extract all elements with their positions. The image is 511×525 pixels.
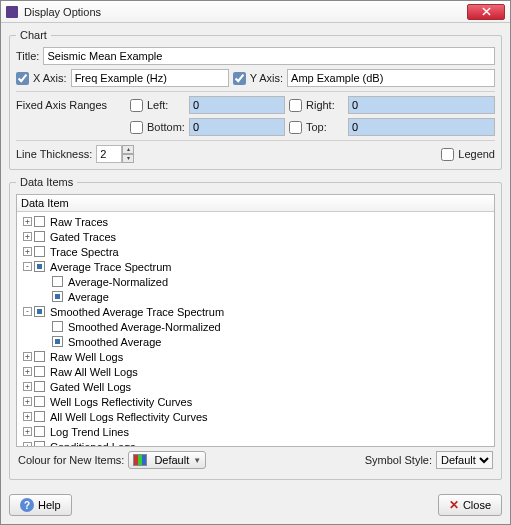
chart-legend: Chart xyxy=(16,29,51,41)
fixed-ranges-label: Fixed Axis Ranges xyxy=(16,99,126,111)
line-thickness-spinner[interactable]: ▴ ▾ xyxy=(96,145,134,163)
tree-checkbox[interactable] xyxy=(34,231,45,242)
spinner-down[interactable]: ▾ xyxy=(122,154,134,163)
close-x-icon: ✕ xyxy=(449,498,459,512)
tree-label: Smoothed Average xyxy=(68,336,161,348)
close-label: Close xyxy=(463,499,491,511)
tree-checkbox[interactable] xyxy=(34,396,45,407)
right-checkbox[interactable] xyxy=(289,99,302,112)
tree-checkbox[interactable] xyxy=(34,366,45,377)
tree-node[interactable]: Smoothed Average-Normalized xyxy=(19,319,492,334)
line-thickness-label: Line Thickness: xyxy=(16,148,92,160)
symbol-style-label: Symbol Style: xyxy=(365,454,432,466)
spinner-up[interactable]: ▴ xyxy=(122,145,134,154)
expand-icon[interactable]: + xyxy=(23,367,32,376)
tree-label: Log Trend Lines xyxy=(50,426,129,438)
left-label: Left: xyxy=(147,99,185,111)
colour-combo[interactable]: Default ▼ xyxy=(128,451,206,469)
right-input[interactable] xyxy=(348,96,495,114)
tree-label: Average-Normalized xyxy=(68,276,168,288)
legend-checkbox[interactable] xyxy=(441,148,454,161)
window-close-button[interactable] xyxy=(467,4,505,20)
tree-node[interactable]: +Conditioned Logs xyxy=(19,439,492,447)
colour-swatch-icon xyxy=(133,454,147,466)
tree-node[interactable]: Average xyxy=(19,289,492,304)
tree-label: Raw Traces xyxy=(50,216,108,228)
tree-checkbox[interactable] xyxy=(34,216,45,227)
tree-checkbox[interactable] xyxy=(34,261,45,272)
top-label: Top: xyxy=(306,121,344,133)
tree-label: Well Logs Reflectivity Curves xyxy=(50,396,192,408)
colour-label: Colour for New Items: xyxy=(18,454,124,466)
tree-node[interactable]: +Raw Well Logs xyxy=(19,349,492,364)
tree-node[interactable]: +Raw Traces xyxy=(19,214,492,229)
expand-icon[interactable]: + xyxy=(23,352,32,361)
tree-checkbox[interactable] xyxy=(52,321,63,332)
y-axis-input[interactable] xyxy=(287,69,495,87)
help-label: Help xyxy=(38,499,61,511)
collapse-icon[interactable]: - xyxy=(23,262,32,271)
tree-node[interactable]: +Gated Well Logs xyxy=(19,379,492,394)
expand-icon[interactable]: + xyxy=(23,427,32,436)
expand-icon[interactable]: + xyxy=(23,232,32,241)
tree-checkbox[interactable] xyxy=(34,411,45,422)
data-item-tree[interactable]: Data Item +Raw Traces+Gated Traces+Trace… xyxy=(16,194,495,447)
titlebar: Display Options xyxy=(1,1,510,23)
expand-icon[interactable]: + xyxy=(23,397,32,406)
x-axis-checkbox[interactable] xyxy=(16,72,29,85)
tree-checkbox[interactable] xyxy=(34,381,45,392)
tree-node[interactable]: +Gated Traces xyxy=(19,229,492,244)
top-input[interactable] xyxy=(348,118,495,136)
tree-checkbox[interactable] xyxy=(34,246,45,257)
expand-icon[interactable]: + xyxy=(23,247,32,256)
y-axis-checkbox[interactable] xyxy=(233,72,246,85)
tree-checkbox[interactable] xyxy=(52,276,63,287)
bottom-input[interactable] xyxy=(189,118,285,136)
x-axis-input[interactable] xyxy=(71,69,229,87)
tree-checkbox[interactable] xyxy=(52,291,63,302)
tree-spacer xyxy=(41,322,50,331)
line-thickness-input[interactable] xyxy=(96,145,122,163)
help-button[interactable]: ? Help xyxy=(9,494,72,516)
data-items-group: Data Items Data Item +Raw Traces+Gated T… xyxy=(9,176,502,480)
right-label: Right: xyxy=(306,99,344,111)
tree-node[interactable]: +All Well Logs Reflectivity Curves xyxy=(19,409,492,424)
tree-checkbox[interactable] xyxy=(34,306,45,317)
tree-label: All Well Logs Reflectivity Curves xyxy=(50,411,208,423)
close-icon xyxy=(482,7,491,16)
tree-node[interactable]: -Smoothed Average Trace Spectrum xyxy=(19,304,492,319)
expand-icon[interactable]: + xyxy=(23,382,32,391)
tree-label: Gated Traces xyxy=(50,231,116,243)
window-title: Display Options xyxy=(24,6,101,18)
title-label: Title: xyxy=(16,50,39,62)
tree-node[interactable]: +Trace Spectra xyxy=(19,244,492,259)
tree-checkbox[interactable] xyxy=(52,336,63,347)
left-input[interactable] xyxy=(189,96,285,114)
tree-checkbox[interactable] xyxy=(34,426,45,437)
collapse-icon[interactable]: - xyxy=(23,307,32,316)
left-checkbox[interactable] xyxy=(130,99,143,112)
legend-label: Legend xyxy=(458,148,495,160)
display-options-window: Display Options Chart Title: X Axis: Y A… xyxy=(0,0,511,525)
tree-node[interactable]: +Well Logs Reflectivity Curves xyxy=(19,394,492,409)
top-checkbox[interactable] xyxy=(289,121,302,134)
expand-icon[interactable]: + xyxy=(23,412,32,421)
tree-label: Average xyxy=(68,291,109,303)
tree-node[interactable]: Smoothed Average xyxy=(19,334,492,349)
close-button[interactable]: ✕ Close xyxy=(438,494,502,516)
tree-label: Average Trace Spectrum xyxy=(50,261,171,273)
bottom-label: Bottom: xyxy=(147,121,185,133)
title-input[interactable] xyxy=(43,47,495,65)
tree-checkbox[interactable] xyxy=(34,351,45,362)
expand-icon[interactable]: + xyxy=(23,217,32,226)
tree-node[interactable]: Average-Normalized xyxy=(19,274,492,289)
bottom-checkbox[interactable] xyxy=(130,121,143,134)
tree-label: Smoothed Average-Normalized xyxy=(68,321,221,333)
tree-label: Gated Well Logs xyxy=(50,381,131,393)
tree-node[interactable]: +Raw All Well Logs xyxy=(19,364,492,379)
tree-node[interactable]: -Average Trace Spectrum xyxy=(19,259,492,274)
tree-label: Trace Spectra xyxy=(50,246,119,258)
tree-node[interactable]: +Log Trend Lines xyxy=(19,424,492,439)
symbol-style-combo[interactable]: Default xyxy=(436,451,493,469)
data-items-legend: Data Items xyxy=(16,176,77,188)
